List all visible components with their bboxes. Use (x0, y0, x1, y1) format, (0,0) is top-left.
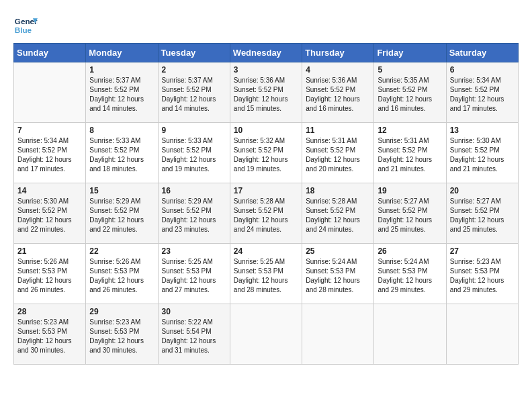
calendar-cell: 16Sunrise: 5:29 AMSunset: 5:52 PMDayligh… (158, 183, 230, 244)
svg-text:General: General (15, 17, 38, 26)
day-details: Sunrise: 5:26 AMSunset: 5:53 PMDaylight:… (89, 257, 154, 295)
day-number: 29 (89, 307, 154, 316)
day-details: Sunrise: 5:32 AMSunset: 5:52 PMDaylight:… (234, 136, 298, 174)
day-details: Sunrise: 5:27 AMSunset: 5:52 PMDaylight:… (378, 197, 442, 234)
day-details: Sunrise: 5:24 AMSunset: 5:53 PMDaylight:… (306, 257, 370, 295)
calendar-table: SundayMondayTuesdayWednesdayThursdayFrid… (13, 43, 519, 365)
day-details: Sunrise: 5:28 AMSunset: 5:52 PMDaylight:… (306, 197, 370, 234)
calendar-week-row: 1Sunrise: 5:37 AMSunset: 5:52 PMDaylight… (14, 62, 519, 123)
day-details: Sunrise: 5:33 AMSunset: 5:52 PMDaylight:… (89, 136, 154, 174)
weekday-header: Monday (86, 44, 158, 62)
day-number: 28 (17, 307, 82, 316)
day-number: 24 (234, 246, 298, 256)
calendar-cell: 26Sunrise: 5:24 AMSunset: 5:53 PMDayligh… (374, 244, 446, 304)
calendar-cell: 5Sunrise: 5:35 AMSunset: 5:52 PMDaylight… (374, 62, 446, 123)
day-number: 20 (450, 186, 515, 195)
calendar-cell: 17Sunrise: 5:28 AMSunset: 5:52 PMDayligh… (230, 183, 302, 244)
calendar-cell: 7Sunrise: 5:34 AMSunset: 5:52 PMDaylight… (14, 123, 86, 183)
calendar-cell: 13Sunrise: 5:30 AMSunset: 5:52 PMDayligh… (446, 123, 518, 183)
day-details: Sunrise: 5:36 AMSunset: 5:52 PMDaylight:… (234, 76, 298, 113)
day-details: Sunrise: 5:24 AMSunset: 5:53 PMDaylight:… (378, 257, 442, 295)
day-number: 17 (234, 186, 298, 195)
calendar-week-row: 28Sunrise: 5:23 AMSunset: 5:53 PMDayligh… (14, 304, 519, 365)
day-details: Sunrise: 5:25 AMSunset: 5:53 PMDaylight:… (162, 257, 226, 295)
day-number: 3 (234, 65, 298, 75)
weekday-header: Friday (374, 44, 446, 62)
calendar-cell: 24Sunrise: 5:25 AMSunset: 5:53 PMDayligh… (230, 244, 302, 304)
day-details: Sunrise: 5:37 AMSunset: 5:52 PMDaylight:… (162, 76, 226, 113)
svg-text:Blue: Blue (15, 26, 32, 34)
day-details: Sunrise: 5:23 AMSunset: 5:53 PMDaylight:… (17, 318, 82, 355)
calendar-cell: 23Sunrise: 5:25 AMSunset: 5:53 PMDayligh… (158, 244, 230, 304)
calendar-week-row: 7Sunrise: 5:34 AMSunset: 5:52 PMDaylight… (14, 123, 519, 183)
calendar-cell: 3Sunrise: 5:36 AMSunset: 5:52 PMDaylight… (230, 62, 302, 123)
day-number: 26 (378, 246, 442, 256)
calendar-cell: 14Sunrise: 5:30 AMSunset: 5:52 PMDayligh… (14, 183, 86, 244)
calendar-cell (14, 62, 86, 123)
calendar-cell: 21Sunrise: 5:26 AMSunset: 5:53 PMDayligh… (14, 244, 86, 304)
day-details: Sunrise: 5:22 AMSunset: 5:54 PMDaylight:… (162, 318, 226, 355)
day-number: 5 (378, 65, 442, 75)
day-number: 9 (162, 126, 226, 135)
day-details: Sunrise: 5:23 AMSunset: 5:53 PMDaylight:… (450, 257, 515, 295)
day-number: 7 (17, 126, 82, 135)
day-number: 21 (17, 246, 82, 256)
calendar-cell: 12Sunrise: 5:31 AMSunset: 5:52 PMDayligh… (374, 123, 446, 183)
day-details: Sunrise: 5:31 AMSunset: 5:52 PMDaylight:… (306, 136, 370, 174)
day-details: Sunrise: 5:26 AMSunset: 5:53 PMDaylight:… (17, 257, 82, 295)
day-details: Sunrise: 5:30 AMSunset: 5:52 PMDaylight:… (450, 136, 515, 174)
day-number: 30 (162, 307, 226, 316)
day-number: 15 (89, 186, 154, 195)
calendar-cell (374, 304, 446, 365)
day-details: Sunrise: 5:34 AMSunset: 5:52 PMDaylight:… (450, 76, 515, 113)
day-number: 2 (162, 65, 226, 75)
calendar-week-row: 21Sunrise: 5:26 AMSunset: 5:53 PMDayligh… (14, 244, 519, 304)
day-details: Sunrise: 5:34 AMSunset: 5:52 PMDaylight:… (17, 136, 82, 174)
day-number: 12 (378, 126, 442, 135)
weekday-header: Wednesday (230, 44, 302, 62)
weekday-header: Saturday (446, 44, 518, 62)
calendar-cell: 8Sunrise: 5:33 AMSunset: 5:52 PMDaylight… (86, 123, 158, 183)
calendar-cell: 29Sunrise: 5:23 AMSunset: 5:53 PMDayligh… (86, 304, 158, 365)
logo: General Blue (13, 13, 40, 38)
day-number: 8 (89, 126, 154, 135)
day-details: Sunrise: 5:25 AMSunset: 5:53 PMDaylight:… (234, 257, 298, 295)
calendar-cell: 20Sunrise: 5:27 AMSunset: 5:52 PMDayligh… (446, 183, 518, 244)
day-number: 22 (89, 246, 154, 256)
day-number: 14 (17, 186, 82, 195)
header: General Blue (13, 13, 519, 38)
calendar-cell: 19Sunrise: 5:27 AMSunset: 5:52 PMDayligh… (374, 183, 446, 244)
day-number: 10 (234, 126, 298, 135)
calendar-cell: 18Sunrise: 5:28 AMSunset: 5:52 PMDayligh… (302, 183, 374, 244)
calendar-cell: 11Sunrise: 5:31 AMSunset: 5:52 PMDayligh… (302, 123, 374, 183)
calendar-cell: 28Sunrise: 5:23 AMSunset: 5:53 PMDayligh… (14, 304, 86, 365)
weekday-header: Thursday (302, 44, 374, 62)
day-number: 25 (306, 246, 370, 256)
day-details: Sunrise: 5:29 AMSunset: 5:52 PMDaylight:… (89, 197, 154, 234)
calendar-cell (446, 304, 518, 365)
day-details: Sunrise: 5:35 AMSunset: 5:52 PMDaylight:… (378, 76, 442, 113)
day-number: 19 (378, 186, 442, 195)
calendar-cell: 4Sunrise: 5:36 AMSunset: 5:52 PMDaylight… (302, 62, 374, 123)
day-number: 18 (306, 186, 370, 195)
calendar-cell: 1Sunrise: 5:37 AMSunset: 5:52 PMDaylight… (86, 62, 158, 123)
weekday-header-row: SundayMondayTuesdayWednesdayThursdayFrid… (14, 44, 519, 62)
calendar-cell (302, 304, 374, 365)
day-details: Sunrise: 5:28 AMSunset: 5:52 PMDaylight:… (234, 197, 298, 234)
weekday-header: Sunday (14, 44, 86, 62)
calendar-cell: 22Sunrise: 5:26 AMSunset: 5:53 PMDayligh… (86, 244, 158, 304)
day-details: Sunrise: 5:37 AMSunset: 5:52 PMDaylight:… (89, 76, 154, 113)
calendar-cell: 27Sunrise: 5:23 AMSunset: 5:53 PMDayligh… (446, 244, 518, 304)
calendar-cell: 6Sunrise: 5:34 AMSunset: 5:52 PMDaylight… (446, 62, 518, 123)
day-number: 13 (450, 126, 515, 135)
day-number: 23 (162, 246, 226, 256)
day-number: 16 (162, 186, 226, 195)
calendar-cell: 30Sunrise: 5:22 AMSunset: 5:54 PMDayligh… (158, 304, 230, 365)
calendar-cell (230, 304, 302, 365)
day-details: Sunrise: 5:27 AMSunset: 5:52 PMDaylight:… (450, 197, 515, 234)
calendar-week-row: 14Sunrise: 5:30 AMSunset: 5:52 PMDayligh… (14, 183, 519, 244)
weekday-header: Tuesday (158, 44, 230, 62)
day-details: Sunrise: 5:33 AMSunset: 5:52 PMDaylight:… (162, 136, 226, 174)
day-number: 1 (89, 65, 154, 75)
calendar-cell: 9Sunrise: 5:33 AMSunset: 5:52 PMDaylight… (158, 123, 230, 183)
